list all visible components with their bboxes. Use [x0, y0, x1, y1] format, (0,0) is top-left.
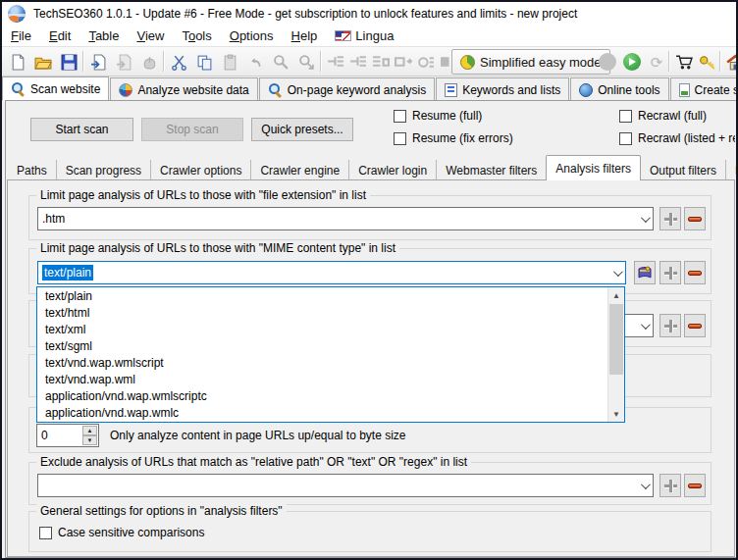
spinner-down-button[interactable]: ▼ [82, 435, 97, 445]
file-extension-add-button[interactable] [659, 207, 681, 230]
menu-item-view[interactable]: View [128, 26, 173, 45]
chevron-down-icon[interactable] [641, 213, 651, 223]
open-project-button[interactable] [31, 50, 55, 74]
case-sensitive-checkbox[interactable] [39, 527, 52, 539]
tab-scan-website[interactable]: Scan website [2, 76, 109, 101]
menu-item-help[interactable]: Help [283, 26, 327, 45]
subtab-output-filters[interactable]: Output filters [641, 160, 725, 180]
stop-scan-icon-button-disabled[interactable] [596, 50, 619, 74]
general-settings-group: General settings for options in "analysi… [28, 511, 712, 552]
tree-collapse-button-disabled[interactable] [346, 50, 370, 74]
recrawl-listed-checkbox[interactable] [619, 132, 632, 145]
dropdown-item[interactable]: text/vnd.wap.wmlscript [37, 355, 607, 372]
start-scan-button[interactable]: Start scan [30, 118, 133, 141]
mime-type-remove-button[interactable] [684, 261, 706, 284]
license-key-button[interactable] [696, 50, 719, 74]
file-extension-combobox[interactable]: .htm [37, 207, 654, 230]
menu-item-options[interactable]: Options [221, 26, 283, 45]
split-rows-button-disabled[interactable] [392, 50, 415, 74]
settings-tab-bar: PathsScan progressCrawler optionsCrawler… [8, 157, 736, 180]
dropdown-item[interactable]: text/xml [37, 322, 607, 338]
toolbar: Simplified easy mode ⟳ [2, 47, 736, 76]
recrawl-full-checkbox[interactable] [619, 110, 632, 123]
plus-icon [664, 480, 677, 492]
subtab-paths[interactable]: Paths [8, 160, 56, 180]
stop-scan-button[interactable]: Stop scan [141, 118, 243, 141]
refresh-button-disabled[interactable]: ⟳ [645, 50, 668, 74]
menu-item-label: Table [88, 28, 119, 43]
mime-type-list-button[interactable] [634, 261, 656, 284]
export-data-button[interactable] [86, 50, 110, 74]
tree-expand-button-disabled[interactable] [324, 50, 347, 74]
menu-item-file[interactable]: File [2, 26, 40, 45]
save-project-button[interactable] [57, 50, 80, 74]
magnifier-icon [268, 82, 283, 97]
find-next-button-disabled[interactable] [294, 50, 318, 74]
buy-cart-button[interactable] [672, 50, 696, 74]
subtab-webmaster-filters[interactable]: Webmaster filters [436, 160, 546, 180]
match-limit-remove-button[interactable] [684, 314, 706, 337]
match-limit-add-button[interactable] [659, 314, 681, 337]
file-extension-remove-button[interactable] [684, 207, 706, 230]
tab-analyze-website-data[interactable]: Analyze website data [110, 77, 257, 101]
dropdown-item[interactable]: text/html [37, 305, 607, 322]
menu-item-table[interactable]: Table [79, 26, 128, 45]
scrollbar-thumb[interactable] [609, 304, 623, 375]
start-scan-icon-button[interactable] [620, 50, 644, 74]
resume-full-checkbox[interactable] [394, 110, 406, 123]
subtab-crawler-options[interactable]: Crawler options [150, 160, 250, 180]
chevron-down-icon[interactable] [641, 320, 651, 330]
dropdown-item[interactable]: application/vnd.wap.wmlscriptc [37, 388, 607, 405]
dropdown-scrollbar[interactable]: ▲ ▼ [607, 287, 624, 422]
easy-mode-icon [460, 55, 475, 70]
copy-button[interactable] [192, 50, 216, 74]
dropdown-item[interactable]: text/vnd.wap.wml [37, 372, 607, 388]
home-button[interactable] [723, 50, 738, 74]
tab-label: Analyze website data [137, 83, 248, 97]
undo-button-disabled[interactable] [243, 50, 267, 74]
new-project-button[interactable] [6, 50, 29, 74]
byte-size-value: 0 [41, 429, 48, 442]
resume-fix-errors-checkbox[interactable] [394, 132, 406, 145]
dropdown-item[interactable]: text/plain [37, 288, 607, 305]
chevron-down-icon[interactable] [641, 480, 651, 489]
rotate-left-button-disabled[interactable] [414, 50, 438, 74]
find-button-disabled[interactable] [269, 50, 292, 74]
menu-item-tools[interactable]: Tools [173, 26, 220, 45]
simplified-easy-mode-button[interactable]: Simplified easy mode [451, 49, 610, 75]
exclude-combobox[interactable] [37, 474, 654, 497]
subtab-crawler-login[interactable]: Crawler login [348, 160, 436, 180]
exclude-add-button[interactable] [659, 474, 681, 497]
subtab-data-collect[interactable]: Data collect [725, 160, 738, 180]
subtab-scan-progress[interactable]: Scan progress [56, 160, 150, 180]
dropdown-item[interactable]: text/sgml [37, 338, 607, 355]
tab-keywords-and-lists[interactable]: Keywords and lists [436, 77, 569, 101]
content-panel: Start scan Stop scan Quick presets... Re… [5, 100, 737, 558]
scroll-down-icon[interactable]: ▼ [608, 406, 624, 422]
window-title: TechSEO360 1.0.1 - Update #6 - Free Mode… [33, 7, 577, 21]
subtab-analysis-filters[interactable]: Analysis filters [546, 155, 641, 180]
upload-button-disabled[interactable] [137, 50, 161, 74]
mime-type-add-button[interactable] [659, 261, 681, 284]
mime-type-combobox[interactable]: text/plain [37, 261, 626, 284]
subtab-crawler-engine[interactable]: Crawler engine [250, 160, 348, 180]
magnifier-icon [11, 81, 26, 96]
scroll-up-icon[interactable]: ▲ [608, 287, 624, 303]
byte-size-spinner[interactable]: 0 ▲ ▼ [36, 424, 99, 447]
chevron-down-icon[interactable] [613, 267, 623, 277]
import-data-button-disabled[interactable] [112, 50, 135, 74]
tab-online-tools[interactable]: Online tools [570, 77, 668, 101]
tab-on-page-keyword-analysis[interactable]: On-page keyword analysis [259, 77, 435, 101]
menu-item-edit[interactable]: Edit [40, 26, 79, 45]
general-settings-group-label: General settings for options in "analysi… [36, 504, 287, 518]
spinner-up-button[interactable]: ▲ [82, 426, 97, 435]
dropdown-item[interactable]: application/vnd.wap.wmlc [37, 405, 607, 422]
menu-item-lingua[interactable]: Lingua [326, 26, 402, 45]
mime-type-dropdown-list: text/plaintext/htmltext/xmltext/sgmltext… [37, 287, 607, 422]
tab-create-sitema[interactable]: Create sitema [670, 77, 738, 101]
quick-presets-button[interactable]: Quick presets... [251, 118, 353, 141]
cut-button[interactable] [167, 50, 190, 74]
exclude-remove-button[interactable] [684, 474, 706, 497]
paste-button-disabled[interactable] [218, 50, 241, 74]
merge-rows-button-disabled[interactable] [369, 50, 393, 74]
